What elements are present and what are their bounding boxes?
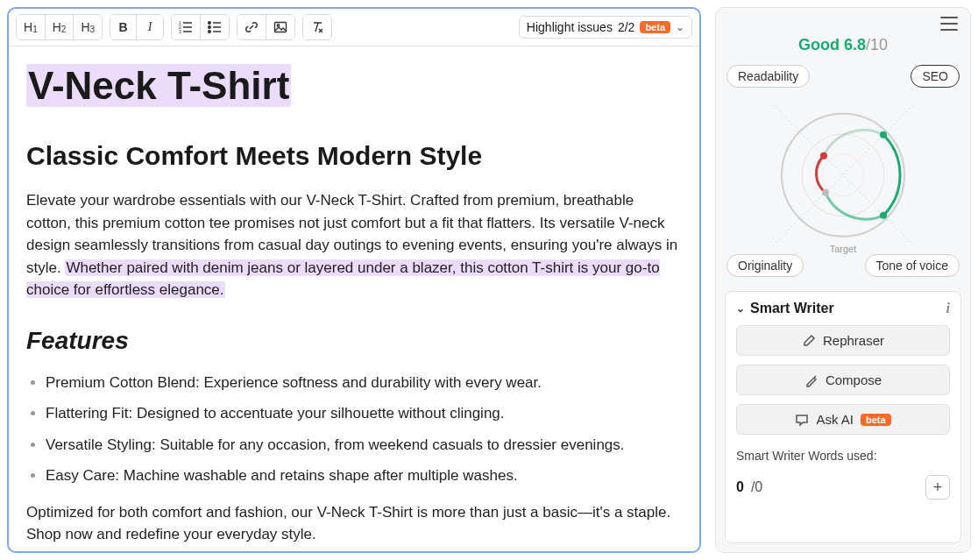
words-used-label: Smart Writer Words used: bbox=[736, 449, 950, 463]
bold-button[interactable]: B bbox=[110, 15, 137, 39]
image-icon bbox=[273, 20, 287, 34]
highlight-issues-label: Highlight issues bbox=[527, 20, 613, 34]
beta-badge: beta bbox=[640, 21, 670, 33]
svg-point-16 bbox=[782, 114, 904, 237]
svg-point-17 bbox=[802, 134, 884, 216]
compose-icon bbox=[804, 373, 819, 387]
smart-writer-title: Smart Writer bbox=[750, 301, 834, 316]
smart-writer-panel: ⌄ Smart Writer i Rephraser Compose Ask A… bbox=[725, 291, 961, 543]
beta-badge: beta bbox=[861, 414, 891, 426]
metric-tone-of-voice[interactable]: Tone of voice bbox=[865, 254, 960, 277]
svg-point-13 bbox=[277, 25, 279, 26]
ordered-list-icon: 123 bbox=[179, 20, 193, 34]
list-item: Premium Cotton Blend: Experience softnes… bbox=[46, 372, 682, 394]
insert-group bbox=[237, 14, 295, 40]
unordered-list-icon bbox=[208, 20, 222, 34]
info-icon[interactable]: i bbox=[946, 301, 950, 316]
svg-point-18 bbox=[822, 154, 864, 196]
link-button[interactable] bbox=[237, 15, 266, 39]
svg-point-22 bbox=[820, 152, 827, 159]
doc-subtitle: Classic Comfort Meets Modern Style bbox=[26, 136, 682, 175]
svg-point-6 bbox=[209, 22, 211, 25]
link-icon bbox=[244, 20, 259, 34]
list-item: Versatile Styling: Suitable for any occa… bbox=[46, 434, 682, 457]
clear-format-button[interactable] bbox=[303, 15, 331, 39]
menu-icon[interactable] bbox=[940, 17, 958, 31]
svg-point-19 bbox=[880, 131, 887, 138]
radar-chart: Readability SEO Originality Tone of voic… bbox=[716, 60, 970, 279]
metric-originality[interactable]: Originality bbox=[726, 254, 804, 277]
words-used-row: 0/0 + bbox=[736, 475, 950, 500]
score-label: Good bbox=[798, 36, 840, 53]
ask-ai-icon bbox=[795, 413, 809, 427]
format-group: B I bbox=[110, 14, 164, 40]
svg-point-10 bbox=[209, 31, 211, 33]
rephraser-icon bbox=[802, 334, 816, 348]
highlight-issues-count: 2/2 bbox=[618, 20, 634, 34]
unordered-list-button[interactable] bbox=[201, 15, 229, 39]
highlight-issues-dropdown[interactable]: Highlight issues 2/2 beta ⌄ bbox=[519, 16, 692, 39]
score-display: Good 6.8/10 bbox=[716, 36, 970, 54]
list-item: Easy Care: Machine washable and retains … bbox=[46, 464, 682, 487]
chevron-down-icon: ⌄ bbox=[736, 302, 745, 315]
add-words-button[interactable]: + bbox=[925, 475, 950, 500]
doc-intro-paragraph: Elevate your wardrobe essentials with ou… bbox=[26, 189, 682, 301]
words-used-value: 0 bbox=[736, 479, 744, 495]
score-value: 6.8 bbox=[844, 36, 866, 53]
heading-group: H1 H2 H3 bbox=[16, 14, 103, 40]
sidebar: Good 6.8/10 Readability bbox=[715, 7, 971, 553]
doc-title: V-Neck T-Shirt bbox=[26, 64, 291, 107]
image-button[interactable] bbox=[266, 15, 294, 39]
metric-seo[interactable]: SEO bbox=[911, 65, 960, 88]
toolbar: H1 H2 H3 B I 123 bbox=[9, 9, 699, 46]
words-max: /0 bbox=[751, 479, 762, 495]
compose-button[interactable]: Compose bbox=[736, 365, 950, 395]
ask-ai-button[interactable]: Ask AI beta bbox=[736, 404, 950, 435]
doc-outro-paragraph: Optimized for both comfort and fashion, … bbox=[26, 501, 682, 546]
svg-text:3: 3 bbox=[179, 29, 181, 34]
metric-readability[interactable]: Readability bbox=[726, 65, 810, 88]
score-max: /10 bbox=[866, 36, 888, 53]
intro-highlighted: Whether paired with denim jeans or layer… bbox=[26, 259, 660, 299]
svg-line-15 bbox=[773, 105, 913, 245]
editor-panel: H1 H2 H3 B I 123 bbox=[7, 7, 701, 553]
target-label: Target bbox=[830, 244, 857, 254]
features-heading: Features bbox=[26, 323, 682, 359]
features-list: Premium Cotton Blend: Experience softnes… bbox=[26, 372, 682, 487]
clear-format-icon bbox=[310, 20, 324, 34]
h1-button[interactable]: H1 bbox=[17, 15, 46, 39]
clear-group bbox=[302, 14, 332, 40]
editor-content[interactable]: V-Neck T-Shirt Classic Comfort Meets Mod… bbox=[9, 46, 699, 551]
svg-point-20 bbox=[880, 212, 887, 219]
svg-rect-12 bbox=[275, 23, 287, 32]
h3-button[interactable]: H3 bbox=[74, 15, 102, 39]
svg-line-14 bbox=[773, 105, 913, 245]
italic-button[interactable]: I bbox=[137, 15, 163, 39]
list-item: Flattering Fit: Designed to accentuate y… bbox=[46, 402, 682, 425]
radar-svg bbox=[769, 101, 918, 250]
svg-point-8 bbox=[209, 26, 211, 29]
chevron-down-icon: ⌄ bbox=[676, 21, 684, 33]
rephraser-button[interactable]: Rephraser bbox=[736, 325, 950, 356]
ordered-list-button[interactable]: 123 bbox=[172, 15, 201, 39]
svg-point-21 bbox=[822, 189, 829, 196]
list-group: 123 bbox=[171, 14, 230, 40]
h2-button[interactable]: H2 bbox=[46, 15, 74, 39]
smart-writer-header[interactable]: ⌄ Smart Writer i bbox=[736, 301, 950, 316]
